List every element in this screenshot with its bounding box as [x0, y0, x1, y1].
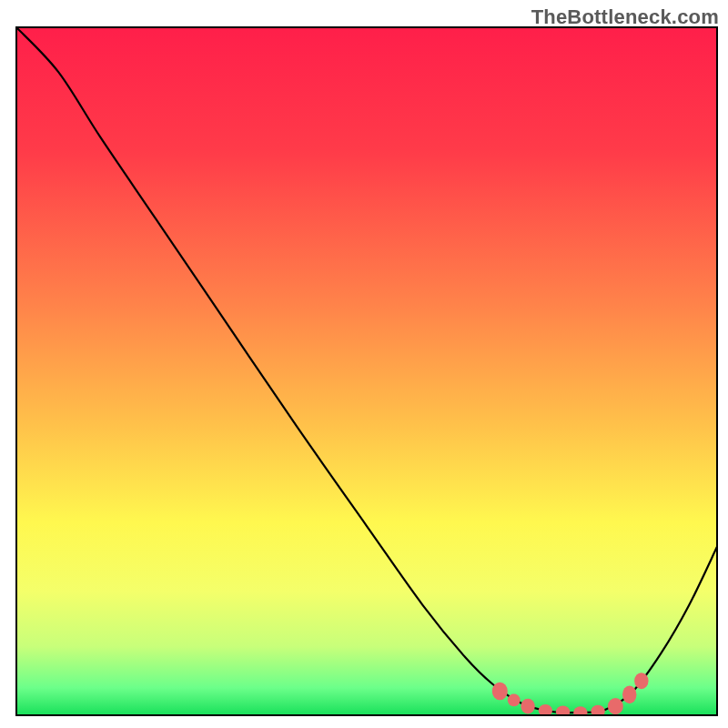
marker-7 — [608, 698, 623, 714]
marker-9 — [634, 672, 648, 689]
watermark-text: TheBottleneck.com — [531, 5, 719, 29]
bottleneck-chart — [0, 0, 728, 728]
chart-wrapper: TheBottleneck.com — [0, 0, 728, 728]
marker-8 — [622, 685, 636, 703]
gradient-background — [16, 27, 717, 715]
marker-5 — [573, 706, 587, 719]
plot-area — [16, 27, 717, 719]
marker-1 — [508, 694, 521, 707]
marker-2 — [521, 699, 534, 714]
marker-0 — [492, 682, 508, 701]
